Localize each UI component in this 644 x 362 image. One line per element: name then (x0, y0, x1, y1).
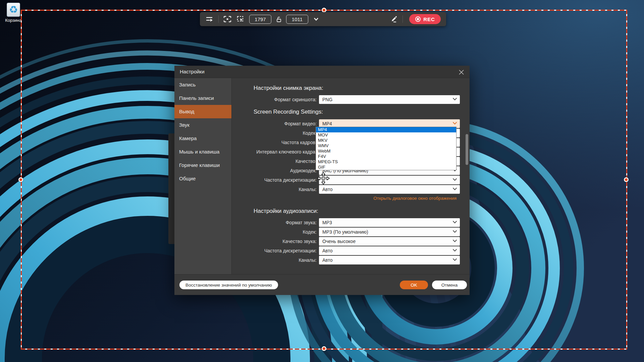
field-label: Интервал ключевого кадра: (235, 147, 317, 156)
size-presets-chevron-icon[interactable] (313, 15, 319, 23)
sidebar-item-record-panel[interactable]: Панель записи (174, 92, 231, 105)
rec-label: REC (423, 16, 435, 22)
audio-sample-rate-select[interactable]: Авто (319, 246, 460, 255)
audio-channels-select[interactable]: Авто (319, 256, 460, 264)
select-value: MP3 (По умолчанию) (322, 228, 368, 236)
rec-button[interactable]: REC (409, 14, 441, 24)
close-button[interactable] (457, 68, 466, 76)
field-label: Формат видео: (235, 119, 317, 128)
chevron-down-icon (452, 239, 457, 242)
field-label: Кодек: (235, 129, 317, 137)
recorder-toolbar: 1797 1011 REC (200, 12, 446, 26)
chevron-down-icon (452, 258, 457, 261)
chevron-down-icon (452, 187, 457, 190)
audio-format-select[interactable]: MP3 (319, 218, 460, 227)
audio-codec2-select[interactable]: MP3 (По умолчанию) (319, 228, 460, 236)
sidebar-item-general[interactable]: Общие (174, 172, 231, 185)
dialog-title: Настройки (180, 66, 205, 78)
capture-width-input[interactable]: 1797 (249, 15, 271, 24)
channels-row: Каналы: Авто (235, 185, 463, 194)
cancel-button[interactable]: Отмена (432, 281, 467, 289)
sample-rate-select[interactable] (319, 176, 460, 184)
display-dialog-link[interactable]: Открыть диалоговое окно отображения (316, 196, 457, 201)
sidebar-item-camera[interactable]: Камера (174, 132, 231, 145)
selection-handle-bottom[interactable] (322, 346, 326, 351)
footer-divider (174, 274, 470, 275)
audio-quality-select[interactable]: Очень высокое (319, 237, 460, 246)
recycle-bin-shortcut[interactable]: ♻ Корзина (1, 3, 25, 23)
toolbar-separator (218, 15, 219, 23)
screenshot-section-heading: Настройки снимка экрана: (254, 85, 323, 92)
field-label: Частота дискретизации: (235, 246, 317, 255)
field-label: Качество звука: (235, 237, 317, 246)
capture-height-input[interactable]: 1011 (286, 15, 308, 24)
background-window-edge (168, 133, 174, 244)
chevron-down-icon (452, 221, 457, 224)
aspect-lock-icon[interactable] (276, 15, 282, 23)
field-label: Частота кадров: (235, 138, 317, 147)
selection-handle-right[interactable] (624, 177, 629, 182)
field-label: Частота дискретизации: (235, 176, 317, 184)
chevron-down-icon (452, 178, 457, 181)
dropdown-option-mp4[interactable]: MP4 (316, 127, 456, 132)
draw-pencil-icon[interactable] (389, 15, 398, 23)
audio-sample-rate-row: Частота дискретизации: Авто (235, 246, 463, 255)
field-label: Аудиокодек: (235, 166, 317, 175)
field-label: Формат скриншота: (235, 95, 317, 104)
dropdown-option-mov[interactable]: MOV (316, 132, 456, 138)
field-label: Качество: (235, 157, 317, 166)
record-dot-icon (415, 16, 421, 22)
dropdown-option-gif[interactable]: GIF (316, 165, 456, 170)
video-format-dropdown-list: MP4 MOV MKV WMV WebM F4V MPEG-TS GIF (316, 127, 457, 170)
audio-channels-row: Каналы: Авто (235, 256, 463, 264)
select-value: Очень высокое (322, 237, 356, 246)
field-label: Каналы: (235, 185, 317, 194)
select-value: Авто (322, 256, 333, 264)
sidebar-item-mouse-keyboard[interactable]: Мышь и клавиша (174, 145, 231, 159)
select-value: MP3 (322, 218, 332, 227)
audio-section-heading: Настройки аудиозаписи: (254, 208, 318, 215)
dropdown-option-mpegts[interactable]: MPEG-TS (316, 159, 456, 165)
video-section-heading: Screen Recording Settings: (254, 109, 323, 115)
reset-defaults-button[interactable]: Восстановление значений по умолчанию (179, 281, 278, 289)
sidebar-item-hotkeys[interactable]: Горячие клавиши (174, 159, 231, 172)
field-label: Каналы: (235, 256, 317, 264)
close-icon (459, 70, 464, 75)
screenshot-format-select[interactable]: PNG (319, 95, 460, 104)
chevron-down-icon (452, 230, 457, 233)
sidebar-item-output[interactable]: Вывод (174, 105, 231, 118)
sidebar-item-record[interactable]: Запись (174, 78, 231, 92)
sidebar-item-sound[interactable]: Звук (174, 118, 231, 132)
dropdown-option-wmv[interactable]: WMV (316, 143, 456, 148)
channels-select[interactable]: Авто (319, 185, 460, 194)
collapse-panel-icon[interactable] (205, 15, 214, 23)
dialog-sidebar: Запись Панель записи Вывод Звук Камера М… (174, 78, 231, 274)
recycle-bin-label: Корзина (1, 18, 25, 23)
chevron-down-icon (452, 98, 457, 101)
dropdown-option-mkv[interactable]: MKV (316, 138, 456, 143)
toolbar-separator (402, 15, 403, 23)
audio-format-row: Формат звука: MP3 (235, 218, 463, 227)
fullscreen-capture-icon[interactable] (223, 15, 232, 23)
dialog-content: Настройки снимка экрана: Формат скриншот… (232, 78, 470, 274)
audio-quality-row: Качество звука: Очень высокое (235, 237, 463, 246)
dropdown-option-webm[interactable]: WebM (316, 148, 456, 154)
recycle-bin-icon: ♻ (7, 3, 20, 17)
field-label: Кодек: (235, 228, 317, 236)
screenshot-format-row: Формат скриншота: PNG (235, 95, 463, 104)
select-value: PNG (322, 95, 332, 104)
mouse-cursor-move-icon (316, 172, 331, 186)
selection-handle-top[interactable] (322, 8, 326, 12)
select-value: Авто (322, 246, 333, 255)
dropdown-option-f4v[interactable]: F4V (316, 154, 456, 159)
selection-handle-left[interactable] (18, 177, 23, 182)
audio-codec2-row: Кодек: MP3 (По умолчанию) (235, 228, 463, 236)
chevron-down-icon (452, 122, 457, 125)
chevron-down-icon (452, 249, 457, 252)
field-label: Формат звука: (235, 218, 317, 227)
area-select-icon[interactable] (236, 15, 245, 23)
sample-rate-row: Частота дискретизации: (235, 176, 463, 184)
dialog-titlebar: Настройки (174, 66, 470, 78)
ok-button[interactable]: OK (400, 281, 428, 289)
dialog-scrollbar-thumb[interactable] (466, 134, 468, 165)
